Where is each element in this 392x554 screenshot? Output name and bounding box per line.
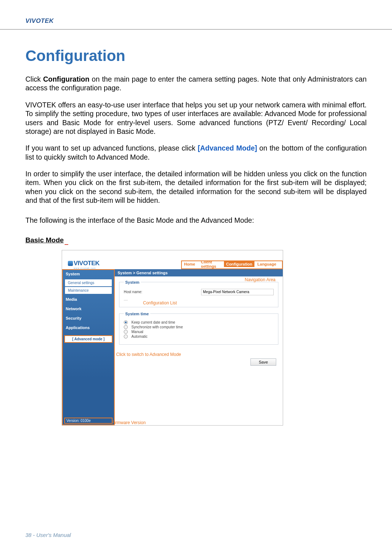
page-title: Configuration bbox=[25, 47, 367, 65]
vivotek-logo: VIVOTEK bbox=[68, 260, 115, 267]
main-panel: System > General settings System Host na… bbox=[115, 269, 283, 425]
paragraph-4: In order to simplify the user interface,… bbox=[25, 169, 367, 205]
hostname-input[interactable] bbox=[201, 289, 274, 295]
sidebar-item-media[interactable]: Media bbox=[62, 295, 115, 304]
time-option-keep[interactable]: Keep current date and time bbox=[124, 320, 274, 324]
system-fieldset: System Host name: — bbox=[119, 280, 278, 307]
advanced-mode-link: [Advanced Mode] bbox=[198, 144, 257, 152]
collapsed-dots: — bbox=[124, 297, 274, 302]
text: If you want to set up advanced functions… bbox=[25, 144, 198, 152]
logo-mark-icon bbox=[68, 261, 73, 266]
firmware-version-label: Version: 0100e bbox=[65, 418, 112, 423]
sidebar-sub-general-settings[interactable]: General settings bbox=[65, 279, 112, 286]
top-navigation: Home Client settings Configuration Langu… bbox=[181, 260, 283, 269]
annotation-switch-advanced: Click to switch to Advanced Mode bbox=[116, 352, 181, 357]
nav-client-settings[interactable]: Client settings bbox=[198, 260, 224, 268]
system-time-legend: System time bbox=[124, 312, 150, 316]
time-option-sync[interactable]: Synchronize with computer time bbox=[124, 325, 274, 329]
save-button[interactable]: Save bbox=[250, 358, 276, 366]
bold-configuration: Configuration bbox=[43, 75, 90, 83]
radio-icon[interactable] bbox=[124, 335, 128, 338]
nav-language[interactable]: Language bbox=[254, 262, 279, 266]
sidebar-item-applications[interactable]: Applications bbox=[62, 323, 115, 332]
paragraph-2: VIVOTEK offers an easy-to-use user inter… bbox=[25, 100, 367, 136]
hostname-label: Host name: bbox=[124, 290, 142, 294]
document-page: VIVOTEK Configuration Click Configuratio… bbox=[0, 0, 392, 554]
brand-label: VIVOTEK bbox=[25, 17, 392, 25]
radio-label: Synchronize with computer time bbox=[131, 325, 183, 329]
basic-mode-screenshot: VIVOTEK www.vivotek.com Home Client sett… bbox=[62, 250, 283, 426]
time-option-manual[interactable]: Manual bbox=[124, 330, 274, 334]
page-footer: 38 - User's Manual bbox=[25, 532, 71, 538]
radio-label: Manual bbox=[131, 330, 143, 334]
paragraph-3: If you want to set up advanced functions… bbox=[25, 144, 367, 161]
advanced-mode-button[interactable]: [ Advanced mode ] bbox=[65, 336, 112, 342]
page-content: Configuration Click Configuration on the… bbox=[0, 30, 392, 426]
config-sidebar: System General settings Maintenance Medi… bbox=[62, 269, 115, 425]
time-option-auto[interactable]: Automatic bbox=[124, 335, 274, 338]
breadcrumb: System > General settings bbox=[115, 269, 283, 276]
sidebar-item-network[interactable]: Network bbox=[62, 304, 115, 313]
radio-icon[interactable] bbox=[124, 325, 128, 329]
radio-label: Keep current date and time bbox=[131, 320, 175, 324]
text: Click bbox=[25, 75, 43, 83]
paragraph-1: Click Configuration on the main page to … bbox=[25, 75, 367, 93]
nav-configuration[interactable]: Configuration bbox=[224, 261, 254, 267]
radio-icon[interactable] bbox=[124, 330, 128, 334]
logo-area: VIVOTEK www.vivotek.com bbox=[62, 258, 115, 269]
screenshot-header: VIVOTEK www.vivotek.com Home Client sett… bbox=[62, 250, 283, 269]
screenshot-body: System General settings Maintenance Medi… bbox=[62, 269, 283, 425]
annotation-firmware-version: Firmware Version bbox=[112, 420, 146, 425]
sidebar-item-system[interactable]: System bbox=[62, 269, 115, 279]
sidebar-item-security[interactable]: Security bbox=[62, 313, 115, 323]
system-time-fieldset: System time Keep current date and time S… bbox=[119, 312, 278, 345]
logo-text: VIVOTEK bbox=[74, 260, 99, 267]
nav-home[interactable]: Home bbox=[181, 262, 198, 266]
basic-mode-heading: Basic Mode bbox=[25, 236, 64, 244]
main-panel-inner: System Host name: — System time bbox=[115, 276, 283, 353]
radio-icon[interactable] bbox=[124, 320, 128, 324]
page-header: VIVOTEK bbox=[0, 0, 392, 30]
hostname-row: Host name: bbox=[124, 289, 274, 295]
system-legend: System bbox=[124, 280, 141, 284]
paragraph-5: The following is the interface of the Ba… bbox=[25, 216, 367, 225]
sidebar-sub-maintenance[interactable]: Maintenance bbox=[65, 287, 112, 294]
radio-label: Automatic bbox=[131, 335, 147, 338]
